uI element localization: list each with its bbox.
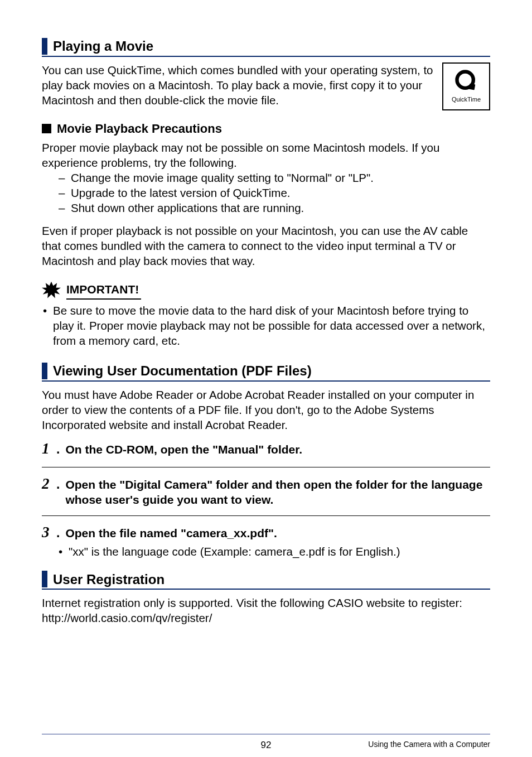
important-list: Be sure to move the movie data to the ha… <box>42 303 490 348</box>
playing-movie-intro: You can use QuickTime, which comes bundl… <box>42 62 433 108</box>
square-bullet-icon <box>42 124 51 133</box>
svg-marker-2 <box>42 282 61 298</box>
section-header-viewing-docs: Viewing User Documentation (PDF Files) <box>42 361 490 382</box>
quicktime-logo-box: QuickTime <box>442 62 490 110</box>
section-header-accent <box>42 363 47 379</box>
step-1: 1. On the CD-ROM, open the "Manual" fold… <box>42 439 490 459</box>
list-item: Shut down other applications that are ru… <box>61 200 490 215</box>
step-2: 2. Open the "Digital Camera" folder and … <box>42 474 490 508</box>
section-title: Viewing User Documentation (PDF Files) <box>53 361 312 380</box>
step-dot: . <box>56 524 60 541</box>
step-text: Open the file named "camera_xx.pdf". <box>65 525 490 541</box>
quicktime-label: QuickTime <box>452 95 481 104</box>
important-header: IMPORTANT! <box>42 281 490 300</box>
important-icon <box>42 281 61 300</box>
list-item-text: Change the movie image quality setting t… <box>71 171 374 184</box>
list-item-text: Be sure to move the movie data to the ha… <box>53 304 485 347</box>
page-number: 92 <box>261 739 272 751</box>
precautions-list: Change the movie image quality setting t… <box>57 170 490 215</box>
step-divider <box>42 515 490 516</box>
step-text: On the CD-ROM, open the "Manual" folder. <box>65 442 490 457</box>
user-reg-text: Internet registration only is supported.… <box>42 595 490 625</box>
precautions-intro: Proper movie playback may not be possibl… <box>42 140 490 170</box>
section-title: Playing a Movie <box>53 37 153 56</box>
section-header-accent <box>42 571 47 587</box>
precautions-note: Even if proper playback is not possible … <box>42 223 490 268</box>
section-header-playing-movie: Playing a Movie <box>42 37 490 57</box>
step-text: Open the "Digital Camera" folder and the… <box>65 477 490 508</box>
step-number: 1 <box>42 439 54 459</box>
list-item-text: Shut down other applications that are ru… <box>71 201 304 214</box>
step-3-note-list: "xx" is the language code (Example: came… <box>57 544 490 559</box>
step-dot: . <box>56 441 60 457</box>
step-3: 3. Open the file named "camera_xx.pdf". <box>42 523 490 543</box>
subsection-title: Movie Playback Precautions <box>57 120 222 137</box>
section-header-accent <box>42 38 47 55</box>
svg-rect-1 <box>469 84 476 90</box>
list-item: "xx" is the language code (Example: came… <box>57 544 490 559</box>
step-divider <box>42 467 490 467</box>
viewing-docs-intro: You must have Adobe Reader or Adobe Acro… <box>42 387 490 432</box>
playing-movie-intro-row: You can use QuickTime, which comes bundl… <box>42 62 490 110</box>
step-dot: . <box>56 476 60 493</box>
list-item: Change the movie image quality setting t… <box>61 170 490 185</box>
step-number: 2 <box>42 474 54 494</box>
list-item-text: Upgrade to the latest version of QuickTi… <box>71 186 290 199</box>
important-label: IMPORTANT! <box>66 282 141 300</box>
list-item: Upgrade to the latest version of QuickTi… <box>61 185 490 200</box>
subsection-header-precautions: Movie Playback Precautions <box>42 120 490 137</box>
step-number: 3 <box>42 523 54 543</box>
section-title: User Registration <box>53 570 165 589</box>
page-footer: 92 Using the Camera with a Computer <box>42 734 490 739</box>
list-item: Be sure to move the movie data to the ha… <box>42 303 490 348</box>
footer-chapter: Using the Camera with a Computer <box>368 739 490 749</box>
list-item-text: "xx" is the language code (Example: came… <box>69 545 400 558</box>
quicktime-icon <box>454 69 478 93</box>
section-header-user-reg: User Registration <box>42 570 490 590</box>
